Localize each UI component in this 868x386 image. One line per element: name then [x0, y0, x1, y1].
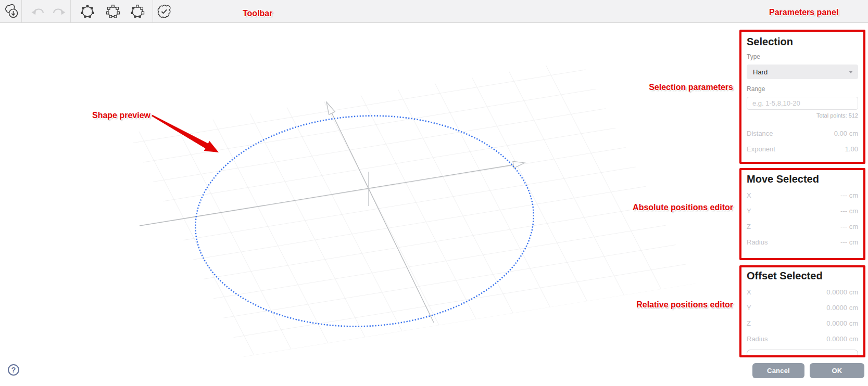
- select-all-points-icon: [79, 4, 96, 19]
- move-y-row: Y --- cm: [747, 208, 858, 214]
- viewport-canvas: [0, 23, 868, 386]
- ok-button[interactable]: OK: [810, 363, 864, 378]
- offset-z-value: 0.0000 cm: [826, 320, 858, 327]
- point-editor-window: Selection Type Hard Range Total points: …: [0, 0, 868, 386]
- exponent-label: Exponent: [747, 146, 775, 152]
- selection-section: Selection Type Hard Range Total points: …: [739, 30, 865, 164]
- offset-x-label: X: [747, 289, 751, 295]
- offset-y-label: Y: [747, 304, 751, 311]
- distance-value: 0.00 cm: [834, 130, 858, 137]
- offset-x-row: X 0.0000 cm: [747, 289, 858, 295]
- distance-row: Distance 0.00 cm: [747, 130, 858, 137]
- chevron-down-icon: [849, 71, 853, 73]
- invert-selection-button[interactable]: [126, 0, 149, 22]
- selection-type-select[interactable]: Hard: [747, 65, 858, 79]
- help-button[interactable]: ?: [8, 364, 19, 376]
- move-x-value: --- cm: [840, 192, 858, 199]
- toolbar-divider: [21, 0, 22, 22]
- move-x-label: X: [747, 192, 751, 199]
- range-label: Range: [747, 86, 858, 92]
- total-points-text: Total points: 512: [747, 113, 858, 119]
- move-selected-section: Move Selected X --- cm Y --- cm Z --- cm…: [739, 168, 865, 260]
- move-selected-title: Move Selected: [747, 173, 858, 185]
- type-label: Type: [747, 54, 858, 60]
- deselect-all-points-button[interactable]: [102, 0, 124, 22]
- offset-y-value: 0.0000 cm: [826, 304, 858, 311]
- move-y-label: Y: [747, 208, 751, 214]
- deselect-all-points-icon: [105, 4, 121, 19]
- apply-selection-icon: [156, 4, 172, 19]
- offset-radius-label: Radius: [747, 336, 768, 342]
- offset-radius-row: Radius 0.0000 cm: [747, 336, 858, 342]
- exponent-value: 1.00: [845, 146, 858, 152]
- toolbar-divider: [70, 0, 71, 22]
- cancel-button[interactable]: Cancel: [752, 363, 804, 378]
- redo-icon: [51, 5, 67, 18]
- move-radius-value: --- cm: [840, 239, 858, 246]
- range-input[interactable]: [747, 97, 858, 110]
- distance-label: Distance: [747, 130, 773, 137]
- offset-selected-section: Offset Selected X 0.0000 cm Y 0.0000 cm …: [739, 265, 865, 357]
- undo-icon: [30, 5, 46, 18]
- offset-x-value: 0.0000 cm: [826, 289, 858, 295]
- offset-radius-value: 0.0000 cm: [826, 336, 858, 342]
- selection-type-value: Hard: [753, 68, 768, 76]
- export-points-icon: [3, 3, 20, 20]
- offset-y-row: Y 0.0000 cm: [747, 304, 858, 311]
- question-mark-icon: ?: [11, 366, 16, 374]
- move-radius-label: Radius: [747, 239, 768, 246]
- redo-button: [47, 0, 70, 22]
- export-points-button[interactable]: [0, 0, 23, 22]
- toolbar: [0, 0, 868, 23]
- select-all-points-button[interactable]: [76, 0, 99, 22]
- move-radius-row: Radius --- cm: [747, 239, 858, 246]
- offset-z-row: Z 0.0000 cm: [747, 320, 858, 327]
- move-z-label: Z: [747, 223, 751, 230]
- apply-selection-button[interactable]: [153, 0, 175, 22]
- viewport-3d[interactable]: [0, 23, 868, 386]
- exponent-row: Exponent 1.00: [747, 146, 858, 152]
- move-y-value: --- cm: [840, 208, 858, 214]
- offset-z-label: Z: [747, 320, 751, 327]
- move-x-row: X --- cm: [747, 192, 858, 199]
- invert-selection-icon: [129, 4, 146, 19]
- clipped-next-control: [747, 350, 858, 357]
- selection-title: Selection: [747, 36, 858, 47]
- undo-button: [27, 0, 49, 22]
- ground-grid: [78, 47, 729, 380]
- offset-selected-title: Offset Selected: [747, 270, 858, 281]
- move-z-row: Z --- cm: [747, 223, 858, 230]
- move-z-value: --- cm: [840, 223, 858, 230]
